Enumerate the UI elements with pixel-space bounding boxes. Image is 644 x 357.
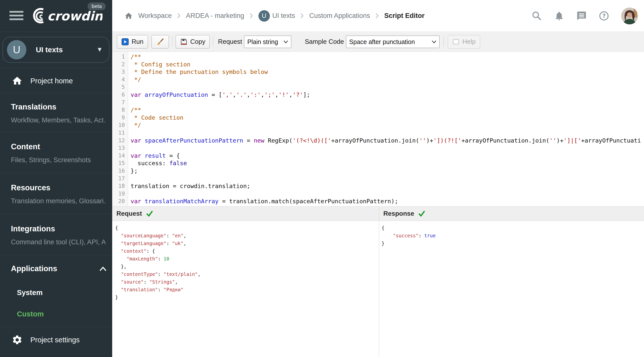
response-json-view: { "success": true} — [379, 221, 644, 247]
section-subtitle: Translation memories, Glossari… — [11, 197, 106, 205]
breadcrumb-project[interactable]: U UI texts — [258, 10, 295, 22]
chevron-right-icon — [250, 13, 253, 18]
sidebar-item-label: Project settings — [30, 336, 80, 344]
sidebar-item-project-settings[interactable]: Project settings — [0, 333, 112, 347]
topbar-actions: ? — [532, 0, 638, 32]
help-button[interactable]: Help — [448, 35, 480, 48]
search-icon[interactable] — [532, 11, 542, 21]
line-number: 16 — [112, 167, 125, 175]
line-number: 12 — [112, 137, 125, 144]
separator — [172, 36, 172, 47]
response-panel-header: Response — [379, 206, 644, 221]
line-number: 8 — [112, 106, 125, 114]
line-number: 11 — [112, 129, 125, 137]
line-number: 5 — [112, 83, 125, 91]
sidebar-item-custom[interactable]: Custom — [17, 310, 44, 318]
script-toolbar: Run Copy Request Plain string Sample — [112, 32, 644, 52]
code-line: /** — [130, 53, 644, 61]
green-check-icon — [146, 210, 153, 218]
divider — [0, 68, 112, 68]
code-content[interactable]: /** * Config section * Define the punctu… — [128, 52, 644, 206]
sidebar-header: crowdin beta — [0, 0, 112, 32]
section-subtitle: Files, Strings, Screenshots — [11, 156, 106, 164]
section-title: Integrations — [11, 224, 106, 233]
divider — [0, 32, 112, 32]
breadcrumb-current-page: Script Editor — [384, 12, 424, 20]
chevron-down-icon: ▾ — [98, 45, 102, 54]
window-icon — [452, 38, 460, 46]
line-number: 7 — [112, 99, 125, 106]
sidebar-section-content[interactable]: ContentFiles, Strings, Screenshots — [11, 142, 106, 164]
chat-icon[interactable] — [576, 11, 587, 21]
line-number: 2 — [112, 61, 125, 68]
request-json-editor[interactable]: { "sourceLanguage": "en", "targetLanguag… — [112, 221, 379, 301]
code-line: "source": "Strings", — [115, 278, 379, 286]
request-type-label: Request — [218, 38, 242, 46]
code-line: "sourceLanguage": "en", — [115, 232, 379, 240]
help-icon[interactable]: ? — [599, 11, 609, 21]
top-bar: Workspace ARDEA - marketing U UI texts C… — [112, 0, 644, 32]
run-label: Run — [132, 38, 144, 46]
divider — [0, 214, 112, 214]
line-number: 9 — [112, 114, 125, 122]
sidebar-section-integrations[interactable]: IntegrationsCommand line tool (CLI), API… — [11, 224, 106, 246]
section-title: Content — [11, 142, 106, 151]
project-avatar: U — [7, 40, 26, 60]
code-line: }, — [115, 263, 379, 270]
code-line: var spaceAfterPunctuationPattern = new R… — [130, 137, 644, 144]
code-line: "translation": "Рядки" — [115, 286, 379, 294]
line-number: 19 — [112, 190, 125, 198]
chevron-right-icon — [376, 13, 379, 18]
divider — [0, 327, 112, 327]
sidebar-item-project-home[interactable]: Project home — [0, 74, 112, 88]
avatar-image — [621, 8, 638, 24]
line-number: 13 — [112, 144, 125, 152]
code-line: * Code section — [130, 114, 644, 122]
breadcrumb: Workspace ARDEA - marketing U UI texts C… — [124, 0, 424, 32]
save-icon — [180, 38, 188, 46]
section-title: Translations — [11, 102, 106, 112]
request-panel-header: Request — [112, 206, 379, 221]
code-line: { — [115, 224, 379, 232]
sidebar-section-resources[interactable]: ResourcesTranslation memories, Glossari… — [11, 183, 106, 205]
hamburger-menu-icon[interactable] — [10, 11, 24, 21]
copy-label: Copy — [190, 38, 206, 46]
breadcrumb-custom-applications[interactable]: Custom Applications — [309, 12, 370, 20]
code-line: var arrayOfPunctuation = [',','.',':',';… — [130, 91, 644, 99]
breadcrumb-project-group[interactable]: ARDEA - marketing — [186, 12, 244, 20]
code-line: }; — [130, 167, 644, 175]
chevron-right-icon — [300, 13, 304, 18]
response-panel-title: Response — [383, 210, 414, 218]
sidebar-item-system[interactable]: System — [17, 288, 42, 297]
code-line: "maxLength": 10 — [115, 255, 379, 263]
user-avatar[interactable] — [621, 8, 638, 24]
line-number: 15 — [112, 160, 125, 167]
line-number: 1 — [112, 53, 125, 61]
script-code-editor[interactable]: 1234567891011121314151617181920 /** * Co… — [112, 52, 644, 206]
code-line: * Config section — [130, 61, 644, 68]
line-number: 4 — [112, 76, 125, 84]
request-panel-title: Request — [116, 210, 142, 218]
gear-icon — [12, 334, 23, 345]
request-type-select[interactable]: Plain string — [244, 36, 291, 48]
home-icon[interactable] — [124, 12, 133, 20]
separator — [213, 36, 213, 47]
copy-button[interactable]: Copy — [176, 35, 210, 48]
svg-text:?: ? — [602, 12, 606, 20]
breadcrumb-workspace[interactable]: Workspace — [138, 12, 172, 20]
sidebar-section-translations[interactable]: TranslationsWorkflow, Members, Tasks, Ac… — [11, 102, 106, 124]
bell-icon[interactable] — [554, 11, 564, 21]
line-number: 14 — [112, 152, 125, 160]
project-selector[interactable]: U UI texts ▾ — [2, 37, 110, 63]
sample-code-select[interactable]: Space after punctuation — [346, 36, 440, 48]
help-label: Help — [462, 38, 476, 46]
run-button[interactable]: Run — [117, 35, 148, 48]
sample-code-label: Sample Code — [305, 38, 344, 46]
code-line: */ — [130, 122, 644, 129]
section-title: Applications — [11, 264, 57, 273]
format-button[interactable] — [152, 35, 169, 48]
beta-badge: beta — [88, 2, 106, 10]
project-name: UI texts — [36, 46, 63, 54]
sidebar-section-applications[interactable]: Applications — [11, 264, 107, 273]
divider — [0, 255, 112, 255]
